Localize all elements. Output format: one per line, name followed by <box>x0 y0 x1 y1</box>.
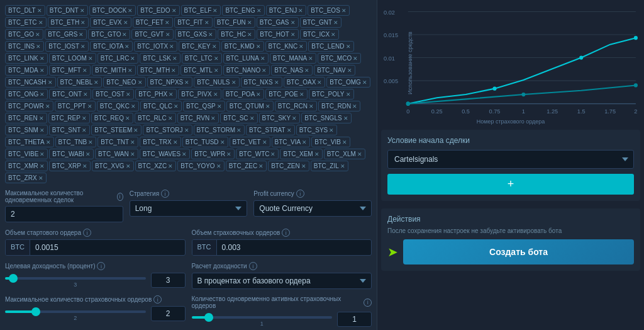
close-icon[interactable]: ✕ <box>39 115 44 122</box>
strategy-info-icon[interactable]: i <box>161 190 169 198</box>
close-icon[interactable]: ✕ <box>131 103 136 110</box>
close-icon[interactable]: ✕ <box>94 79 99 86</box>
close-icon[interactable]: ✕ <box>125 43 130 50</box>
close-icon[interactable]: ✕ <box>40 127 45 134</box>
close-icon[interactable]: ✕ <box>80 8 85 14</box>
close-icon[interactable]: ✕ <box>165 31 170 38</box>
close-icon[interactable]: ✕ <box>37 8 42 14</box>
close-icon[interactable]: ✕ <box>274 79 279 86</box>
close-icon[interactable]: ✕ <box>262 67 267 74</box>
close-icon[interactable]: ✕ <box>169 43 174 50</box>
close-icon[interactable]: ✕ <box>172 8 177 14</box>
close-icon[interactable]: ✕ <box>184 79 189 86</box>
max-insurance-info-icon[interactable]: i <box>153 295 162 304</box>
close-icon[interactable]: ✕ <box>291 20 296 26</box>
close-icon[interactable]: ✕ <box>168 115 173 122</box>
close-icon[interactable]: ✕ <box>82 67 87 74</box>
close-icon[interactable]: ✕ <box>353 55 358 62</box>
close-icon[interactable]: ✕ <box>40 151 45 157</box>
close-icon[interactable]: ✕ <box>168 163 173 169</box>
close-icon[interactable]: ✕ <box>304 67 309 74</box>
close-icon[interactable]: ✕ <box>260 55 265 62</box>
close-icon[interactable]: ✕ <box>133 127 138 134</box>
insurance-order-info-icon[interactable]: i <box>282 229 290 237</box>
close-icon[interactable]: ✕ <box>250 115 255 122</box>
close-icon[interactable]: ✕ <box>35 31 40 38</box>
close-icon[interactable]: ✕ <box>184 127 189 134</box>
target-profit-value-input[interactable] <box>151 273 186 288</box>
close-icon[interactable]: ✕ <box>86 151 91 157</box>
close-icon[interactable]: ✕ <box>258 163 264 169</box>
close-icon[interactable]: ✕ <box>331 31 336 38</box>
close-icon[interactable]: ✕ <box>309 103 314 110</box>
close-icon[interactable]: ✕ <box>212 43 217 50</box>
close-icon[interactable]: ✕ <box>130 139 135 145</box>
close-icon[interactable]: ✕ <box>341 8 347 14</box>
profit-calc-info-icon[interactable]: i <box>249 262 257 270</box>
close-icon[interactable]: ✕ <box>329 127 334 134</box>
close-icon[interactable]: ✕ <box>216 163 221 169</box>
close-icon[interactable]: ✕ <box>247 31 252 38</box>
close-icon[interactable]: ✕ <box>130 55 135 62</box>
start-order-input[interactable] <box>30 240 185 255</box>
active-insurance-info-icon[interactable]: i <box>364 299 372 307</box>
close-icon[interactable]: ✕ <box>301 163 306 169</box>
close-icon[interactable]: ✕ <box>220 139 225 145</box>
close-icon[interactable]: ✕ <box>308 55 313 62</box>
close-icon[interactable]: ✕ <box>265 103 270 110</box>
profit-calc-select[interactable]: В процентах от базового ордераВ процента… <box>192 273 372 289</box>
close-icon[interactable]: ✕ <box>247 20 252 26</box>
close-icon[interactable]: ✕ <box>214 67 219 74</box>
close-icon[interactable]: ✕ <box>346 43 351 50</box>
close-icon[interactable]: ✕ <box>40 67 45 74</box>
close-icon[interactable]: ✕ <box>48 79 53 86</box>
close-icon[interactable]: ✕ <box>172 55 177 62</box>
close-icon[interactable]: ✕ <box>38 175 43 181</box>
close-icon[interactable]: ✕ <box>174 103 179 110</box>
close-icon[interactable]: ✕ <box>82 163 87 169</box>
close-icon[interactable]: ✕ <box>123 20 128 26</box>
close-icon[interactable]: ✕ <box>211 115 216 122</box>
target-profit-info-icon[interactable]: i <box>97 262 105 270</box>
profit-currency-info-icon[interactable]: i <box>296 190 304 198</box>
close-icon[interactable]: ✕ <box>342 139 347 145</box>
close-icon[interactable]: ✕ <box>314 151 319 157</box>
close-icon[interactable]: ✕ <box>122 31 127 38</box>
close-icon[interactable]: ✕ <box>126 91 131 98</box>
close-icon[interactable]: ✕ <box>340 163 345 169</box>
close-icon[interactable]: ✕ <box>79 31 84 38</box>
close-icon[interactable]: ✕ <box>80 20 86 26</box>
strategy-select[interactable]: LongShort <box>130 200 248 217</box>
close-icon[interactable]: ✕ <box>257 8 262 14</box>
max-deals-input[interactable] <box>5 206 123 222</box>
close-icon[interactable]: ✕ <box>362 79 367 86</box>
close-icon[interactable]: ✕ <box>302 139 307 145</box>
max-deals-info-icon[interactable]: i <box>117 193 123 201</box>
close-icon[interactable]: ✕ <box>213 91 218 98</box>
close-icon[interactable]: ✕ <box>333 20 338 26</box>
close-icon[interactable]: ✕ <box>169 91 174 98</box>
close-icon[interactable]: ✕ <box>256 91 261 98</box>
close-icon[interactable]: ✕ <box>343 115 348 122</box>
signal-select[interactable]: CartelsignalsTradingViewManual <box>387 150 634 169</box>
close-icon[interactable]: ✕ <box>346 91 351 98</box>
close-icon[interactable]: ✕ <box>171 67 176 74</box>
profit-currency-select[interactable]: Quote CurrencyBase Currency <box>253 200 372 217</box>
close-icon[interactable]: ✕ <box>138 79 143 86</box>
close-icon[interactable]: ✕ <box>256 43 261 50</box>
close-icon[interactable]: ✕ <box>357 151 362 157</box>
create-bot-button[interactable]: Создать бота <box>403 239 634 265</box>
close-icon[interactable]: ✕ <box>291 31 296 38</box>
close-icon[interactable]: ✕ <box>40 163 45 169</box>
close-icon[interactable]: ✕ <box>38 20 43 26</box>
close-icon[interactable]: ✕ <box>88 55 93 62</box>
close-icon[interactable]: ✕ <box>128 67 133 74</box>
close-icon[interactable]: ✕ <box>236 127 242 134</box>
close-icon[interactable]: ✕ <box>347 67 352 74</box>
close-icon[interactable]: ✕ <box>217 103 222 110</box>
close-icon[interactable]: ✕ <box>87 103 92 110</box>
close-icon[interactable]: ✕ <box>173 139 178 145</box>
close-icon[interactable]: ✕ <box>45 103 50 110</box>
close-icon[interactable]: ✕ <box>208 31 213 38</box>
close-icon[interactable]: ✕ <box>46 139 51 145</box>
